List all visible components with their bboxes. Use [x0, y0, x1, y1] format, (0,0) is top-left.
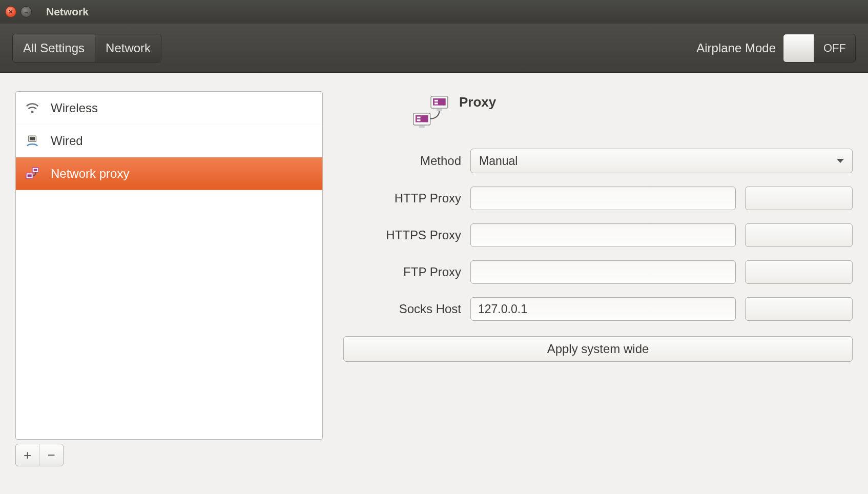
breadcrumb: All Settings Network — [12, 34, 161, 63]
row-method: Method Manual — [343, 149, 853, 173]
ftp-proxy-port-input[interactable] — [746, 261, 853, 283]
https-proxy-port-spinner: − + — [745, 223, 853, 247]
page-title: Proxy — [459, 94, 496, 110]
close-icon[interactable] — [5, 6, 16, 17]
method-label: Method — [343, 154, 461, 168]
svg-rect-2 — [30, 137, 35, 140]
ftp-proxy-label: FTP Proxy — [343, 265, 461, 279]
row-ftp-proxy: FTP Proxy − + — [343, 260, 853, 284]
apply-system-wide-button[interactable]: Apply system wide — [343, 336, 853, 362]
titlebar: Network — [0, 0, 868, 24]
proxy-icon — [23, 164, 42, 183]
https-proxy-host-input[interactable] — [470, 223, 736, 247]
ftp-proxy-port-spinner: − + — [745, 260, 853, 284]
svg-rect-15 — [435, 102, 438, 104]
row-https-proxy: HTTPS Proxy − + — [343, 223, 853, 247]
method-dropdown[interactable]: Manual — [470, 149, 853, 173]
wifi-icon — [23, 99, 42, 117]
connection-list: Wireless Wired Network proxy — [15, 91, 323, 440]
add-connection-button[interactable]: + — [16, 444, 39, 466]
svg-rect-14 — [435, 100, 438, 101]
svg-point-0 — [31, 111, 34, 113]
method-value: Manual — [479, 154, 518, 168]
svg-rect-16 — [437, 109, 442, 111]
airplane-mode: Airplane Mode OFF — [696, 34, 856, 63]
wired-icon — [23, 132, 42, 150]
minimize-icon[interactable] — [20, 6, 32, 17]
sidebar-item-network-proxy[interactable]: Network proxy — [16, 157, 322, 190]
http-proxy-label: HTTP Proxy — [343, 191, 461, 205]
proxy-form: Method Manual HTTP Proxy − + HTTPS Proxy — [343, 149, 853, 362]
proxy-icon — [410, 93, 452, 133]
svg-rect-10 — [417, 119, 421, 121]
sidebar-item-label: Wireless — [51, 101, 98, 115]
svg-rect-4 — [28, 174, 32, 177]
row-apply: Apply system wide — [343, 334, 853, 362]
airplane-mode-label: Airplane Mode — [696, 41, 776, 55]
crumb-network[interactable]: Network — [95, 34, 161, 62]
proxy-header: Proxy — [410, 93, 853, 133]
http-proxy-host-input[interactable] — [470, 187, 736, 210]
switch-knob — [783, 34, 814, 62]
http-proxy-port-input[interactable] — [746, 187, 853, 210]
socks-host-input[interactable] — [470, 297, 736, 321]
toolbar: All Settings Network Airplane Mode OFF — [0, 24, 868, 73]
row-socks-host: Socks Host − + — [343, 297, 853, 321]
socks-host-label: Socks Host — [343, 302, 461, 316]
row-http-proxy: HTTP Proxy − + — [343, 187, 853, 210]
https-proxy-label: HTTPS Proxy — [343, 228, 461, 242]
sidebar-item-label: Wired — [51, 134, 83, 148]
ftp-proxy-host-input[interactable] — [470, 260, 736, 284]
main-panel: Proxy Method Manual HTTP Proxy − + — [343, 91, 853, 476]
sidebar-item-label: Network proxy — [51, 167, 129, 181]
sidebar-item-wired[interactable]: Wired — [16, 125, 322, 157]
svg-rect-9 — [417, 117, 421, 118]
sidebar-item-wireless[interactable]: Wireless — [16, 92, 322, 125]
chevron-down-icon — [837, 159, 844, 163]
svg-rect-11 — [419, 126, 425, 128]
remove-connection-button[interactable]: − — [39, 444, 63, 466]
switch-state: OFF — [814, 42, 855, 55]
socks-port-spinner: − + — [745, 297, 853, 321]
crumb-all-settings[interactable]: All Settings — [13, 34, 95, 62]
window-title: Network — [46, 6, 89, 18]
airplane-mode-switch[interactable]: OFF — [783, 34, 856, 63]
http-proxy-port-spinner: − + — [745, 187, 853, 210]
https-proxy-port-input[interactable] — [746, 224, 853, 246]
svg-rect-6 — [34, 169, 37, 171]
content: Wireless Wired Network proxy + − — [0, 73, 868, 494]
sidebar-actions: + − — [15, 444, 323, 466]
socks-port-input[interactable] — [746, 298, 853, 320]
